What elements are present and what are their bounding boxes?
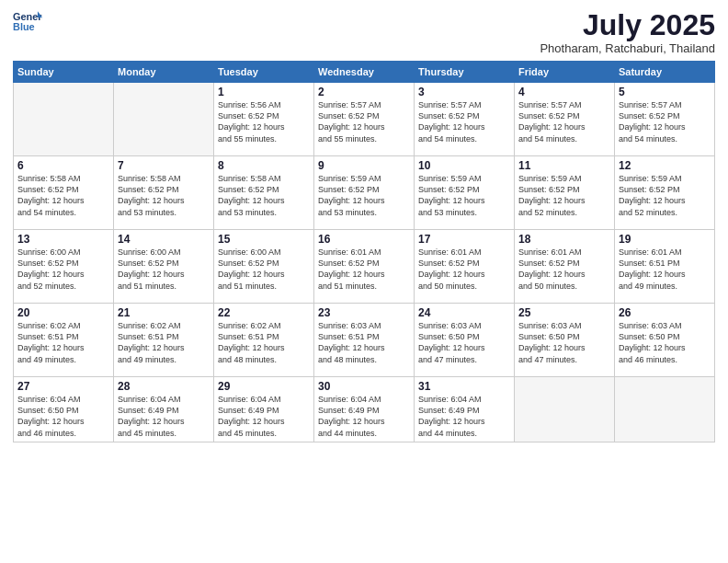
header: General Blue July 2025 Photharam, Ratcha… — [13, 9, 715, 55]
table-row: 28Sunrise: 6:04 AM Sunset: 6:49 PM Dayli… — [114, 377, 214, 442]
day-number: 23 — [318, 306, 410, 319]
table-row: 12Sunrise: 5:59 AM Sunset: 6:52 PM Dayli… — [615, 156, 715, 230]
day-number: 3 — [418, 86, 510, 98]
table-row: 1Sunrise: 5:56 AM Sunset: 6:52 PM Daylig… — [214, 83, 314, 156]
table-row: 11Sunrise: 5:59 AM Sunset: 6:52 PM Dayli… — [515, 156, 615, 230]
table-row: 5Sunrise: 5:57 AM Sunset: 6:52 PM Daylig… — [615, 83, 715, 156]
day-info: Sunrise: 6:00 AM Sunset: 6:52 PM Dayligh… — [218, 247, 310, 292]
day-info: Sunrise: 5:58 AM Sunset: 6:52 PM Dayligh… — [118, 173, 210, 218]
day-number: 8 — [218, 159, 310, 172]
day-number: 18 — [518, 233, 610, 246]
table-row — [615, 377, 715, 442]
col-wednesday: Wednesday — [314, 62, 415, 83]
day-number: 6 — [17, 159, 109, 172]
day-number: 4 — [518, 86, 610, 98]
day-info: Sunrise: 5:56 AM Sunset: 6:52 PM Dayligh… — [218, 99, 310, 144]
table-row: 13Sunrise: 6:00 AM Sunset: 6:52 PM Dayli… — [14, 230, 114, 304]
day-info: Sunrise: 5:59 AM Sunset: 6:52 PM Dayligh… — [418, 173, 510, 218]
table-row: 19Sunrise: 6:01 AM Sunset: 6:51 PM Dayli… — [615, 230, 715, 304]
table-row: 22Sunrise: 6:02 AM Sunset: 6:51 PM Dayli… — [214, 304, 314, 377]
col-monday: Monday — [114, 62, 214, 83]
day-number: 12 — [619, 159, 711, 172]
logo-icon: General Blue — [13, 9, 42, 35]
calendar-table: Sunday Monday Tuesday Wednesday Thursday… — [13, 61, 715, 442]
day-number: 13 — [17, 233, 109, 246]
day-number: 30 — [318, 380, 410, 393]
day-info: Sunrise: 6:04 AM Sunset: 6:49 PM Dayligh… — [318, 394, 410, 439]
location-subtitle: Photharam, Ratchaburi, Thailand — [540, 41, 715, 55]
day-number: 27 — [17, 380, 109, 393]
day-number: 28 — [118, 380, 210, 393]
day-info: Sunrise: 5:57 AM Sunset: 6:52 PM Dayligh… — [418, 99, 510, 144]
table-row: 27Sunrise: 6:04 AM Sunset: 6:50 PM Dayli… — [14, 377, 114, 442]
svg-text:Blue: Blue — [13, 21, 35, 32]
day-number: 26 — [619, 306, 711, 319]
day-info: Sunrise: 6:04 AM Sunset: 6:49 PM Dayligh… — [118, 394, 210, 439]
day-info: Sunrise: 6:03 AM Sunset: 6:51 PM Dayligh… — [318, 320, 410, 365]
table-row: 8Sunrise: 5:58 AM Sunset: 6:52 PM Daylig… — [214, 156, 314, 230]
day-info: Sunrise: 6:03 AM Sunset: 6:50 PM Dayligh… — [619, 320, 711, 365]
day-number: 19 — [619, 233, 711, 246]
day-info: Sunrise: 6:02 AM Sunset: 6:51 PM Dayligh… — [17, 320, 109, 365]
table-row: 6Sunrise: 5:58 AM Sunset: 6:52 PM Daylig… — [14, 156, 114, 230]
day-info: Sunrise: 6:00 AM Sunset: 6:52 PM Dayligh… — [118, 247, 210, 292]
table-row: 16Sunrise: 6:01 AM Sunset: 6:52 PM Dayli… — [314, 230, 415, 304]
table-row: 29Sunrise: 6:04 AM Sunset: 6:49 PM Dayli… — [214, 377, 314, 442]
day-number: 15 — [218, 233, 310, 246]
day-info: Sunrise: 6:04 AM Sunset: 6:50 PM Dayligh… — [17, 394, 109, 439]
day-info: Sunrise: 6:02 AM Sunset: 6:51 PM Dayligh… — [118, 320, 210, 365]
day-info: Sunrise: 6:01 AM Sunset: 6:52 PM Dayligh… — [518, 247, 610, 292]
table-row: 4Sunrise: 5:57 AM Sunset: 6:52 PM Daylig… — [515, 83, 615, 156]
day-info: Sunrise: 5:58 AM Sunset: 6:52 PM Dayligh… — [218, 173, 310, 218]
table-row — [14, 83, 114, 156]
day-info: Sunrise: 6:00 AM Sunset: 6:52 PM Dayligh… — [17, 247, 109, 292]
table-row: 9Sunrise: 5:59 AM Sunset: 6:52 PM Daylig… — [314, 156, 415, 230]
day-number: 25 — [518, 306, 610, 319]
day-number: 22 — [218, 306, 310, 319]
day-number: 2 — [318, 86, 410, 98]
table-row: 18Sunrise: 6:01 AM Sunset: 6:52 PM Dayli… — [515, 230, 615, 304]
day-number: 29 — [218, 380, 310, 393]
day-info: Sunrise: 6:01 AM Sunset: 6:51 PM Dayligh… — [619, 247, 711, 292]
day-info: Sunrise: 5:58 AM Sunset: 6:52 PM Dayligh… — [17, 173, 109, 218]
day-info: Sunrise: 5:57 AM Sunset: 6:52 PM Dayligh… — [318, 99, 410, 144]
day-info: Sunrise: 5:59 AM Sunset: 6:52 PM Dayligh… — [518, 173, 610, 218]
table-row: 23Sunrise: 6:03 AM Sunset: 6:51 PM Dayli… — [314, 304, 415, 377]
day-number: 20 — [17, 306, 109, 319]
day-info: Sunrise: 6:04 AM Sunset: 6:49 PM Dayligh… — [218, 394, 310, 439]
table-row: 31Sunrise: 6:04 AM Sunset: 6:49 PM Dayli… — [415, 377, 515, 442]
table-row: 26Sunrise: 6:03 AM Sunset: 6:50 PM Dayli… — [615, 304, 715, 377]
day-number: 31 — [418, 380, 510, 393]
day-number: 9 — [318, 159, 410, 172]
table-row: 17Sunrise: 6:01 AM Sunset: 6:52 PM Dayli… — [415, 230, 515, 304]
table-row: 30Sunrise: 6:04 AM Sunset: 6:49 PM Dayli… — [314, 377, 415, 442]
day-number: 10 — [418, 159, 510, 172]
day-info: Sunrise: 6:02 AM Sunset: 6:51 PM Dayligh… — [218, 320, 310, 365]
day-info: Sunrise: 6:01 AM Sunset: 6:52 PM Dayligh… — [418, 247, 510, 292]
table-row: 21Sunrise: 6:02 AM Sunset: 6:51 PM Dayli… — [114, 304, 214, 377]
day-number: 16 — [318, 233, 410, 246]
day-number: 21 — [118, 306, 210, 319]
table-row — [114, 83, 214, 156]
day-info: Sunrise: 6:01 AM Sunset: 6:52 PM Dayligh… — [318, 247, 410, 292]
logo: General Blue — [13, 9, 42, 35]
day-info: Sunrise: 5:57 AM Sunset: 6:52 PM Dayligh… — [518, 99, 610, 144]
col-tuesday: Tuesday — [214, 62, 314, 83]
day-info: Sunrise: 6:03 AM Sunset: 6:50 PM Dayligh… — [518, 320, 610, 365]
day-info: Sunrise: 5:59 AM Sunset: 6:52 PM Dayligh… — [318, 173, 410, 218]
month-title: July 2025 — [540, 9, 715, 41]
col-friday: Friday — [515, 62, 615, 83]
table-row: 7Sunrise: 5:58 AM Sunset: 6:52 PM Daylig… — [114, 156, 214, 230]
table-row: 25Sunrise: 6:03 AM Sunset: 6:50 PM Dayli… — [515, 304, 615, 377]
table-row: 24Sunrise: 6:03 AM Sunset: 6:50 PM Dayli… — [415, 304, 515, 377]
day-number: 7 — [118, 159, 210, 172]
table-row: 10Sunrise: 5:59 AM Sunset: 6:52 PM Dayli… — [415, 156, 515, 230]
table-row — [515, 377, 615, 442]
calendar-header-row: Sunday Monday Tuesday Wednesday Thursday… — [14, 62, 715, 83]
table-row: 14Sunrise: 6:00 AM Sunset: 6:52 PM Dayli… — [114, 230, 214, 304]
table-row: 20Sunrise: 6:02 AM Sunset: 6:51 PM Dayli… — [14, 304, 114, 377]
day-number: 5 — [619, 86, 711, 98]
day-number: 24 — [418, 306, 510, 319]
day-number: 11 — [518, 159, 610, 172]
table-row: 3Sunrise: 5:57 AM Sunset: 6:52 PM Daylig… — [415, 83, 515, 156]
